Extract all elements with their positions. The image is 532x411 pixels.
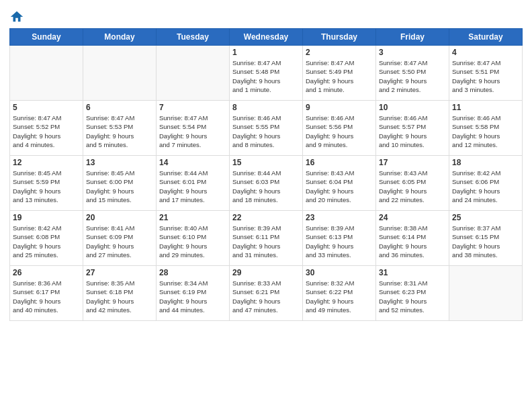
day-cell: 14Sunrise: 8:44 AMSunset: 6:01 PMDayligh… bbox=[157, 156, 230, 211]
day-info-line: Sunrise: 8:33 AM bbox=[232, 279, 300, 287]
day-info-line: Sunset: 5:52 PM bbox=[13, 122, 80, 131]
day-info-line: Daylight: 9 hours bbox=[232, 297, 300, 306]
day-info: Sunrise: 8:43 AMSunset: 6:04 PMDaylight:… bbox=[306, 169, 373, 204]
day-info-line: and 8 minutes. bbox=[232, 140, 300, 149]
day-cell: 16Sunrise: 8:43 AMSunset: 6:04 PMDayligh… bbox=[303, 156, 376, 211]
day-number: 10 bbox=[379, 103, 446, 112]
day-info-line: Sunrise: 8:43 AM bbox=[306, 169, 373, 177]
day-cell bbox=[83, 46, 157, 101]
day-info-line: Daylight: 9 hours bbox=[13, 242, 80, 250]
day-number: 17 bbox=[379, 158, 446, 167]
day-cell: 10Sunrise: 8:46 AMSunset: 5:57 PMDayligh… bbox=[376, 101, 449, 156]
day-info-line: and 18 minutes. bbox=[232, 195, 300, 204]
day-number: 31 bbox=[379, 268, 446, 277]
day-info-line: Sunrise: 8:47 AM bbox=[86, 113, 153, 122]
day-info-line: and 2 minutes. bbox=[379, 85, 446, 94]
day-info-line: Sunrise: 8:41 AM bbox=[86, 224, 153, 232]
day-info: Sunrise: 8:47 AMSunset: 5:49 PMDaylight:… bbox=[306, 58, 373, 94]
day-number: 29 bbox=[232, 268, 300, 277]
day-info: Sunrise: 8:39 AMSunset: 6:13 PMDaylight:… bbox=[306, 224, 373, 259]
day-info-line: Sunset: 6:05 PM bbox=[379, 177, 446, 186]
day-info-line: and 36 minutes. bbox=[379, 250, 446, 259]
day-info-line: and 12 minutes. bbox=[452, 140, 519, 149]
day-cell: 5Sunrise: 8:47 AMSunset: 5:52 PMDaylight… bbox=[10, 101, 83, 156]
day-info-line: Sunset: 6:10 PM bbox=[159, 232, 226, 241]
day-info-line: and 47 minutes. bbox=[232, 306, 300, 314]
day-info: Sunrise: 8:47 AMSunset: 5:53 PMDaylight:… bbox=[86, 113, 153, 149]
day-info: Sunrise: 8:46 AMSunset: 5:56 PMDaylight:… bbox=[306, 113, 373, 149]
week-row: 1Sunrise: 8:47 AMSunset: 5:48 PMDaylight… bbox=[10, 46, 523, 101]
day-info: Sunrise: 8:37 AMSunset: 6:15 PMDaylight:… bbox=[452, 224, 519, 259]
day-info: Sunrise: 8:42 AMSunset: 6:06 PMDaylight:… bbox=[452, 169, 519, 204]
day-info-line: Sunrise: 8:36 AM bbox=[13, 279, 80, 287]
day-info-line: Daylight: 9 hours bbox=[232, 242, 300, 250]
day-info-line: Sunrise: 8:47 AM bbox=[379, 58, 446, 67]
day-number: 11 bbox=[452, 103, 519, 112]
day-of-week-header: Thursday bbox=[303, 29, 376, 46]
day-number: 30 bbox=[306, 268, 373, 277]
day-cell: 28Sunrise: 8:34 AMSunset: 6:19 PMDayligh… bbox=[157, 266, 230, 321]
day-info-line: and 24 minutes. bbox=[452, 195, 519, 204]
day-number: 7 bbox=[159, 103, 226, 112]
day-cell: 7Sunrise: 8:47 AMSunset: 5:54 PMDaylight… bbox=[157, 101, 230, 156]
day-info: Sunrise: 8:35 AMSunset: 6:18 PMDaylight:… bbox=[86, 279, 153, 314]
day-cell: 11Sunrise: 8:46 AMSunset: 5:58 PMDayligh… bbox=[449, 101, 523, 156]
day-number: 27 bbox=[86, 268, 153, 277]
day-info-line: Sunrise: 8:45 AM bbox=[13, 169, 80, 177]
day-info-line: Daylight: 9 hours bbox=[232, 77, 300, 85]
svg-marker-0 bbox=[11, 11, 23, 22]
day-number: 24 bbox=[379, 213, 446, 222]
day-info-line: and 9 minutes. bbox=[306, 140, 373, 149]
day-info-line: Sunrise: 8:32 AM bbox=[306, 279, 373, 287]
day-info-line: and 13 minutes. bbox=[13, 195, 80, 204]
day-number: 2 bbox=[306, 48, 373, 57]
day-info-line: Sunset: 6:03 PM bbox=[232, 177, 300, 186]
day-info: Sunrise: 8:47 AMSunset: 5:50 PMDaylight:… bbox=[379, 58, 446, 94]
day-info-line: Sunrise: 8:43 AM bbox=[379, 169, 446, 177]
day-info-line: Sunrise: 8:45 AM bbox=[86, 169, 153, 177]
day-cell: 6Sunrise: 8:47 AMSunset: 5:53 PMDaylight… bbox=[83, 101, 157, 156]
day-info-line: Sunset: 6:04 PM bbox=[306, 177, 373, 186]
day-info: Sunrise: 8:32 AMSunset: 6:22 PMDaylight:… bbox=[306, 279, 373, 314]
day-info-line: Sunrise: 8:44 AM bbox=[159, 169, 226, 177]
day-cell: 29Sunrise: 8:33 AMSunset: 6:21 PMDayligh… bbox=[230, 266, 303, 321]
day-info: Sunrise: 8:47 AMSunset: 5:52 PMDaylight:… bbox=[13, 113, 80, 149]
day-info-line: Sunset: 6:01 PM bbox=[159, 177, 226, 186]
day-info-line: Sunrise: 8:34 AM bbox=[159, 279, 226, 287]
day-info-line: and 49 minutes. bbox=[306, 306, 373, 314]
week-row: 26Sunrise: 8:36 AMSunset: 6:17 PMDayligh… bbox=[10, 266, 523, 321]
day-info-line: and 3 minutes. bbox=[452, 85, 519, 94]
day-info-line: Sunrise: 8:46 AM bbox=[306, 113, 373, 122]
day-cell: 21Sunrise: 8:40 AMSunset: 6:10 PMDayligh… bbox=[157, 211, 230, 266]
day-info-line: Sunrise: 8:44 AM bbox=[232, 169, 300, 177]
day-info-line: and 52 minutes. bbox=[379, 306, 446, 314]
day-info-line: Daylight: 9 hours bbox=[232, 187, 300, 195]
day-cell: 1Sunrise: 8:47 AMSunset: 5:48 PMDaylight… bbox=[230, 46, 303, 101]
day-info-line: Daylight: 9 hours bbox=[379, 297, 446, 306]
day-number: 13 bbox=[86, 158, 153, 167]
logo-icon bbox=[9, 9, 24, 24]
day-info-line: Daylight: 9 hours bbox=[86, 187, 153, 195]
day-info-line: Sunrise: 8:39 AM bbox=[306, 224, 373, 232]
day-info-line: Daylight: 9 hours bbox=[306, 187, 373, 195]
day-number: 18 bbox=[452, 158, 519, 167]
day-info-line: Daylight: 9 hours bbox=[159, 187, 226, 195]
day-info-line: and 15 minutes. bbox=[86, 195, 153, 204]
day-cell: 17Sunrise: 8:43 AMSunset: 6:05 PMDayligh… bbox=[376, 156, 449, 211]
day-info-line: and 17 minutes. bbox=[159, 195, 226, 204]
day-info-line: Sunset: 5:59 PM bbox=[13, 177, 80, 186]
day-info-line: Daylight: 9 hours bbox=[159, 132, 226, 140]
day-cell: 4Sunrise: 8:47 AMSunset: 5:51 PMDaylight… bbox=[449, 46, 523, 101]
week-row: 19Sunrise: 8:42 AMSunset: 6:08 PMDayligh… bbox=[10, 211, 523, 266]
day-of-week-header: Friday bbox=[376, 29, 449, 46]
day-info-line: Sunrise: 8:31 AM bbox=[379, 279, 446, 287]
day-info-line: Daylight: 9 hours bbox=[379, 77, 446, 85]
day-number: 9 bbox=[306, 103, 373, 112]
day-info-line: Sunrise: 8:37 AM bbox=[452, 224, 519, 232]
day-info: Sunrise: 8:47 AMSunset: 5:51 PMDaylight:… bbox=[452, 58, 519, 94]
calendar-header: SundayMondayTuesdayWednesdayThursdayFrid… bbox=[10, 29, 523, 46]
day-info-line: and 10 minutes. bbox=[379, 140, 446, 149]
day-number: 4 bbox=[452, 48, 519, 57]
day-info-line: and 40 minutes. bbox=[13, 306, 80, 314]
day-info-line: Sunset: 6:17 PM bbox=[13, 287, 80, 296]
